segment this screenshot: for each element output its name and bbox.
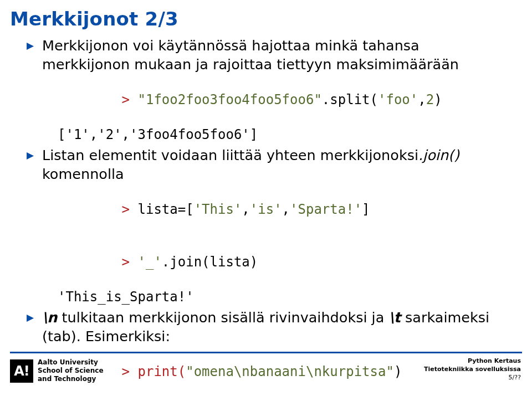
bullet-2-code-2: > '_'.join(lista) (58, 236, 510, 289)
bullet-list: Merkkijonon voi käytännössä hajottaa min… (0, 37, 532, 396)
logo-text: Aalto University School of Science and T… (38, 358, 104, 383)
footer-right-3: 5/?? (424, 374, 521, 382)
footer-right-2: Tietotekniikka sovelluksissa (424, 366, 521, 374)
prompt: > (122, 202, 138, 217)
arg2: 2 (426, 92, 434, 107)
slide: Merkkijonot 2/3 Merkkijonon voi käytännö… (0, 0, 532, 396)
escape-n: \n (42, 309, 57, 326)
elem-b: 'is' (250, 202, 282, 217)
close-paren: ) (434, 92, 442, 107)
footer-logo: A! Aalto University School of Science an… (10, 358, 104, 383)
separator: '_' (138, 254, 162, 270)
bullet-1-code: > "1foo2foo3foo4foo5foo6".split('foo',2) (58, 74, 510, 126)
bullet-2-post: komennolla (42, 166, 124, 182)
bullet-3-mid1: tulkitaan merkkijonon sisällä rivinvaihd… (57, 309, 388, 326)
string-literal: "1foo2foo3foo4foo5foo6" (138, 92, 322, 107)
bullet-1: Merkkijonon voi käytännössä hajottaa min… (27, 37, 510, 144)
elem-a: 'This' (194, 202, 242, 217)
footer: A! Aalto University School of Science an… (0, 352, 532, 390)
elem-c: 'Sparta!' (290, 202, 362, 217)
bullet-2-code-1: > lista=['This','is','Sparta!'] (58, 183, 510, 236)
method-call: .split( (322, 92, 378, 107)
var-name: lista (138, 202, 178, 217)
footer-right: Python Kertaus Tietotekniikka sovelluksi… (424, 357, 521, 382)
logo-mark-text: A! (14, 363, 29, 379)
bullet-2-pre: Listan elementit voidaan liittää yhteen … (42, 147, 418, 163)
comma: , (418, 92, 426, 107)
comma: , (242, 202, 249, 217)
footer-rule (10, 352, 522, 353)
bullet-2-output: 'This_is_Sparta!' (58, 289, 510, 306)
page-title: Merkkijonot 2/3 (0, 0, 532, 30)
footer-right-1: Python Kertaus (424, 357, 521, 366)
logo-line-3: and Technology (38, 375, 104, 383)
arg1: 'foo' (378, 92, 418, 107)
logo-line-1: Aalto University (38, 358, 104, 367)
close-bracket: ] (362, 202, 370, 217)
logo-line-2: School of Science (38, 367, 104, 375)
join-call: .join(lista) (162, 254, 258, 270)
comma: , (282, 202, 290, 217)
bullet-2: Listan elementit voidaan liittää yhteen … (27, 146, 510, 306)
prompt: > (122, 92, 138, 107)
join-fn: .join() (418, 147, 459, 163)
eq-bracket: =[ (178, 202, 194, 217)
escape-t: \t (388, 309, 401, 326)
logo-mark: A! (10, 359, 33, 383)
bullet-1-output: ['1','2','3foo4foo5foo6'] (58, 126, 510, 144)
bullet-1-text: Merkkijonon voi käytännössä hajottaa min… (42, 37, 459, 73)
prompt: > (122, 254, 138, 270)
